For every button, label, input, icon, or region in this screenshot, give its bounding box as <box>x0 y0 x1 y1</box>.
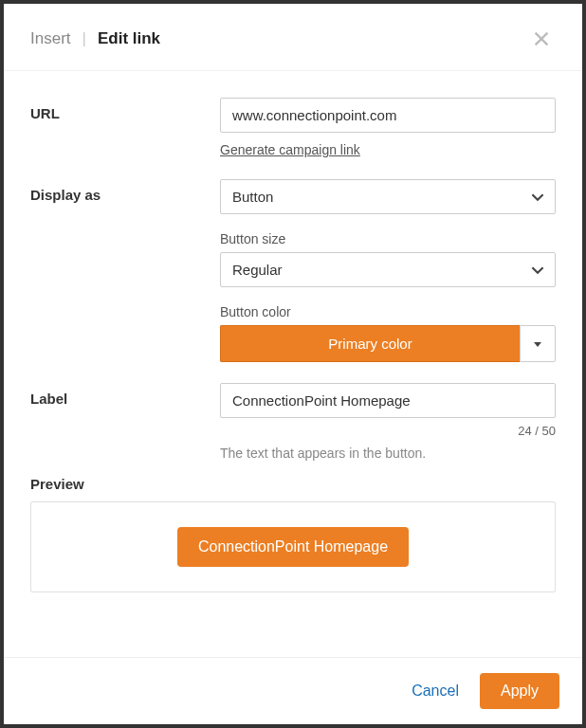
label-char-counter: 24 / 50 <box>220 424 556 438</box>
dialog-footer: Cancel Apply <box>4 657 582 724</box>
button-size-select[interactable]: Regular <box>220 252 556 287</box>
preview-button[interactable]: ConnectionPoint Homepage <box>177 527 409 567</box>
url-label: URL <box>30 98 220 121</box>
display-as-row: Display as Button Button size Regular Bu… <box>30 179 556 362</box>
generate-campaign-link[interactable]: Generate campaign link <box>220 142 360 157</box>
tab-edit-link[interactable]: Edit link <box>98 29 160 48</box>
display-as-label: Display as <box>30 179 220 203</box>
button-color-picker: Primary color <box>220 325 556 362</box>
svg-marker-2 <box>534 342 541 347</box>
cancel-button[interactable]: Cancel <box>412 682 459 700</box>
button-color-dropdown[interactable] <box>520 325 556 362</box>
button-size-label: Button size <box>220 231 556 246</box>
tab-group: Insert | Edit link <box>30 29 160 48</box>
button-color-label: Button color <box>220 304 556 319</box>
tab-insert[interactable]: Insert <box>30 29 71 48</box>
caret-down-icon <box>533 336 542 353</box>
close-button[interactable] <box>527 25 556 53</box>
preview-box: ConnectionPoint Homepage <box>30 501 556 592</box>
label-input[interactable] <box>220 383 556 418</box>
display-as-select[interactable]: Button <box>220 179 556 214</box>
button-color-value[interactable]: Primary color <box>220 325 520 362</box>
close-icon <box>531 28 552 49</box>
preview-label: Preview <box>30 476 556 492</box>
url-row: URL Generate campaign link <box>30 98 556 158</box>
dialog-header: Insert | Edit link <box>4 4 582 71</box>
label-field-label: Label <box>30 383 220 407</box>
url-input[interactable] <box>220 98 556 133</box>
label-row: Label 24 / 50 The text that appears in t… <box>30 383 556 461</box>
apply-button[interactable]: Apply <box>480 673 559 709</box>
edit-link-dialog: Insert | Edit link URL Generate campaign… <box>4 4 582 724</box>
dialog-body: URL Generate campaign link Display as Bu… <box>4 71 582 621</box>
label-helper-text: The text that appears in the button. <box>220 446 556 461</box>
dialog-scroll-area[interactable]: Insert | Edit link URL Generate campaign… <box>4 4 582 657</box>
tab-separator: | <box>82 29 86 48</box>
